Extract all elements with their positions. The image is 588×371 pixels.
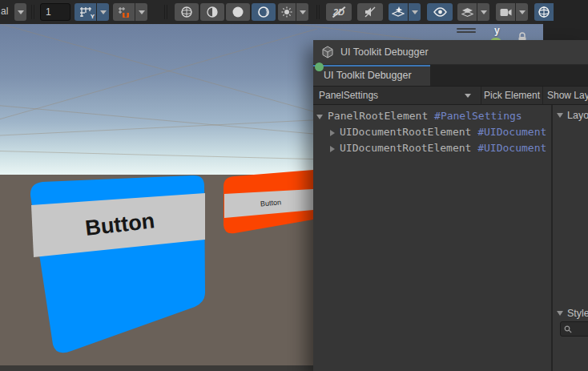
element-type: PanelRootElement [328,110,428,122]
layout-foldout[interactable]: Layout [557,108,588,123]
transform-pivot-label[interactable]: al [1,6,8,17]
chevron-down-icon [300,10,306,14]
foldout-collapsed-icon[interactable] [330,146,335,152]
grid-snap-toggle[interactable]: Y [75,3,96,21]
scene-lighting-dropdown[interactable] [296,3,308,21]
view-2d-toggle[interactable]: 2D [326,3,352,21]
shading-wireframe-button[interactable] [175,3,199,21]
scene-button-orange[interactable]: Button [224,170,313,233]
orientation-gizmo-icon [538,6,550,18]
tree-row[interactable]: UIDocumentRootElement #UIDocument [313,140,551,156]
search-input[interactable] [572,322,588,336]
pick-element-label: Pick Element [484,90,540,101]
foldout-expanded-icon[interactable] [316,115,323,119]
panel-select-dropdown[interactable]: PanelSettings [313,87,481,104]
scene-visibility-toggle[interactable] [427,3,453,21]
element-tree: PanelRootElement #PanelSettings UIDocume… [313,105,551,371]
scene-button-blue[interactable]: Button [30,175,205,353]
foldout-collapsed-icon[interactable] [330,130,335,136]
tab-bar: UI Toolkit Debugger [313,65,588,86]
wireframe-sphere-icon [180,6,193,18]
pick-element-button[interactable]: Pick Element [481,87,543,104]
inspector-panel: Layout Styles [553,105,588,371]
chevron-down-icon [139,10,145,14]
search-icon [564,325,572,333]
chevron-down-icon [481,10,487,14]
effects-toggle[interactable] [389,3,408,21]
audio-mute-toggle[interactable] [357,3,383,21]
snap-increment-input[interactable] [40,3,70,21]
grid-icon [80,6,91,18]
chevron-down-icon [18,10,24,14]
foldout-expanded-icon [557,113,563,118]
ui-toolkit-debugger-window: UI Toolkit Debugger UI Toolkit Debugger … [313,40,588,371]
shading-solid-button[interactable] [226,3,250,21]
shading-shaded-wireframe-button[interactable] [200,3,224,21]
layers-icon [461,7,473,18]
element-type: UIDocumentRootElement [340,126,471,138]
show-layout-button[interactable]: Show Layout [543,87,588,104]
layers-dropdown[interactable] [477,3,489,21]
panel-select-value: PanelSettings [319,90,378,101]
transform-pivot-dropdown[interactable] [14,3,26,21]
effects-dropdown[interactable] [409,3,421,21]
effects-star-icon [392,6,405,18]
tab-ui-toolkit-debugger[interactable]: UI Toolkit Debugger [313,65,430,86]
crescent-sphere-icon [257,6,270,18]
grid-snap-dropdown[interactable] [97,3,109,21]
speaker-muted-icon [364,6,377,18]
active-tab-accent [313,65,430,67]
snap-magnet-toggle[interactable] [113,3,135,21]
magnet-snap-icon [119,6,130,18]
snap-magnet-dropdown[interactable] [135,3,147,21]
sun-icon [281,6,292,18]
layers-toggle[interactable] [457,3,477,21]
shading-rendered-button[interactable] [252,3,276,21]
chevron-down-icon [519,10,526,14]
debugger-toolbar: PanelSettings Pick Element Show Layout [313,86,588,105]
camera-icon [500,8,512,17]
overlay-drag-handle[interactable] [457,28,476,34]
grid-axis-label: Y [91,13,95,20]
eye-icon [433,7,447,17]
toolbar-separator [31,5,32,19]
toolbar-separator [316,5,317,19]
element-id: #PanelSettings [434,110,522,122]
window-title-bar[interactable]: UI Toolkit Debugger [313,40,588,65]
element-id: #UIDocument [477,126,546,138]
layout-label: Layout [567,110,588,121]
styles-foldout[interactable]: Styles [557,306,588,321]
chevron-down-icon [412,10,418,14]
element-type: UIDocumentRootElement [340,142,471,154]
scene-toolbar: al Y [0,0,543,24]
foldout-expanded-icon [557,311,563,316]
scene-lighting-toggle[interactable] [278,3,296,21]
uitoolkit-cube-icon [321,46,334,58]
unity-editor: al Y [0,0,588,371]
chevron-down-icon [100,10,107,14]
camera-settings-button[interactable] [496,3,515,21]
scene-bottom-edge [0,365,313,371]
gizmo-y-axis-label[interactable]: y [494,25,500,36]
styles-label: Styles [567,308,588,319]
style-search-field[interactable] [560,321,588,337]
tab-label: UI Toolkit Debugger [324,70,412,81]
active-dot-indicator [315,63,324,71]
window-title: UI Toolkit Debugger [340,46,429,58]
gizmo-orientation-button[interactable] [534,3,554,21]
tree-row[interactable]: UIDocumentRootElement #UIDocument [313,124,551,140]
toolbar-separator [164,5,165,19]
solid-sphere-icon [232,6,244,18]
show-layout-label: Show Layout [547,90,588,101]
debugger-content: PanelRootElement #PanelSettings UIDocume… [313,105,588,371]
chevron-down-icon [465,94,471,98]
tree-row[interactable]: PanelRootElement #PanelSettings [313,108,551,124]
element-id: #UIDocument [477,142,546,154]
shaded-sphere-icon [206,6,219,18]
camera-settings-dropdown[interactable] [516,3,528,21]
